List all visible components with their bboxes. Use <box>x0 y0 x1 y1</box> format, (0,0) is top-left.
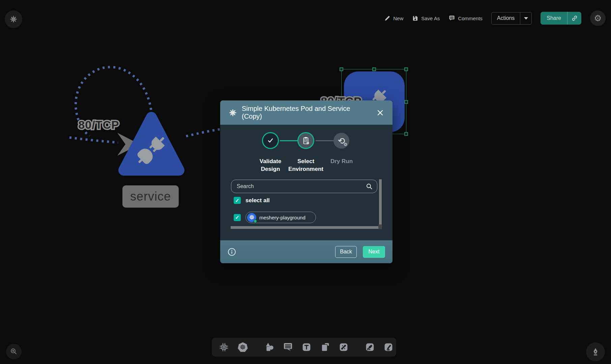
gear-icon: ⚙ <box>594 13 602 24</box>
chip-icon <box>219 342 229 353</box>
environment-search <box>231 180 377 193</box>
meshery-logo-icon <box>228 108 237 117</box>
step-label-select-environment: Select Environment <box>287 158 324 173</box>
note-tool[interactable] <box>320 341 330 353</box>
step-dry-run[interactable]: ⟲⚙ <box>333 133 349 149</box>
save-as-label: Save As <box>421 16 440 21</box>
ink-pen-button[interactable] <box>586 342 605 361</box>
shapes-tool[interactable] <box>264 341 275 353</box>
text-tool[interactable] <box>301 341 312 353</box>
close-button[interactable] <box>376 108 384 117</box>
connection-status-dot <box>254 219 257 223</box>
share-label: Share <box>541 15 567 21</box>
stepper-connector-done <box>280 140 297 141</box>
zoom-in-button[interactable] <box>6 344 22 359</box>
actions-label: Actions <box>492 15 520 21</box>
new-button[interactable]: New <box>384 15 403 22</box>
settings-button[interactable]: ⚙ <box>590 10 606 26</box>
stepper-connector-pending <box>316 140 333 141</box>
save-icon <box>412 15 418 22</box>
dialog-footer: Back Next <box>220 240 392 263</box>
kubernetes-icon: ☸ <box>237 341 249 353</box>
comment-tool[interactable] <box>283 341 293 353</box>
environment-row: ✓ ☸ meshery-playground <box>234 212 316 223</box>
comment-icon <box>448 15 455 22</box>
step-label-validate-design: Validate Design <box>252 158 289 173</box>
kubernetes-tool[interactable]: ☸ <box>237 341 249 353</box>
clipboard-gear-icon: ⚙ <box>301 136 310 145</box>
pen-bezier-icon <box>365 342 375 353</box>
edge-label-left: 80/TCP <box>78 118 119 131</box>
step-validate-design[interactable] <box>262 132 279 149</box>
text-icon <box>301 342 312 353</box>
environment-chip[interactable]: ☸ meshery-playground <box>245 212 316 223</box>
draw-tool[interactable] <box>383 341 394 353</box>
horizontal-scrollbar[interactable] <box>231 226 378 229</box>
step-label-dry-run: Dry Run <box>323 158 360 165</box>
save-as-button[interactable]: Save As <box>412 15 440 22</box>
step-select-environment[interactable]: ⚙ <box>297 132 314 149</box>
kubernetes-badge: ☸ <box>247 213 256 222</box>
dry-run-icon: ⟲⚙ <box>338 136 345 145</box>
environment-checkbox[interactable]: ✓ <box>234 214 241 221</box>
select-all-checkbox[interactable]: ✓ <box>234 197 241 204</box>
chevron-down-icon <box>524 17 528 20</box>
deploy-dialog: Simple Kubernetes Pod and Service (Copy) <box>220 100 392 263</box>
new-label: New <box>393 16 403 21</box>
vertical-scrollbar[interactable] <box>379 179 382 224</box>
actions-dropdown-toggle[interactable] <box>520 12 531 24</box>
share-button[interactable]: Share <box>541 12 581 25</box>
close-icon <box>377 110 383 116</box>
comment-icon <box>283 342 293 353</box>
pen-nib-icon <box>591 347 600 357</box>
top-toolbar: New Save As Comments Actions <box>384 10 606 26</box>
svg-text:⚙: ⚙ <box>306 141 309 145</box>
actions-button[interactable]: Actions <box>491 12 532 25</box>
meshery-app: 80/TCP 80/TCP service New Save As <box>0 0 611 364</box>
search-icon <box>366 183 373 190</box>
copy-link-button[interactable] <box>567 12 581 25</box>
link-icon <box>571 15 578 22</box>
svg-text:☸: ☸ <box>240 343 246 351</box>
check-icon <box>266 136 274 145</box>
pencil-scribble-icon <box>383 342 394 353</box>
relationship-tool[interactable] <box>338 341 349 353</box>
comments-label: Comments <box>458 16 483 21</box>
dialog-header: Simple Kubernetes Pod and Service (Copy) <box>220 100 392 125</box>
note-icon <box>320 342 330 353</box>
select-all-label: select all <box>245 197 270 204</box>
components-tool[interactable] <box>219 341 229 353</box>
canvas-toolbar: ☸ <box>212 338 396 357</box>
select-all-row: ✓ select all <box>234 197 270 204</box>
next-button[interactable]: Next <box>363 246 385 258</box>
info-icon[interactable] <box>228 248 236 256</box>
environment-name: meshery-playground <box>259 215 306 220</box>
dialog-title: Simple Kubernetes Pod and Service (Copy) <box>242 105 371 120</box>
scrollbar-corner <box>378 224 382 229</box>
link-nodes-icon <box>338 342 349 353</box>
search-input[interactable] <box>237 183 366 189</box>
back-button[interactable]: Back <box>335 246 357 258</box>
zoom-in-icon <box>10 347 18 356</box>
pencil-icon <box>384 15 390 22</box>
comments-button[interactable]: Comments <box>448 15 483 22</box>
shapes-icon <box>264 342 275 353</box>
pen-tool[interactable] <box>365 341 375 353</box>
